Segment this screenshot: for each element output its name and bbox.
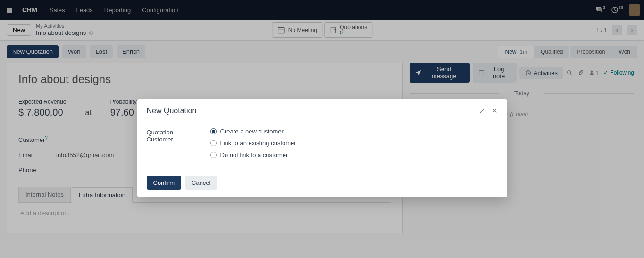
expand-icon[interactable]: ⤢: [479, 107, 485, 115]
new-quotation-modal: New Quotation ⤢ ✕ Quotation Customer Cre…: [137, 99, 507, 197]
radio-icon: [210, 140, 217, 146]
cancel-button[interactable]: Cancel: [185, 176, 217, 190]
radio-link-existing[interactable]: Link to an existing customer: [210, 140, 296, 147]
modal-overlay[interactable]: New Quotation ⤢ ✕ Quotation Customer Cre…: [0, 0, 644, 258]
radio-create-new[interactable]: Create a new customer: [210, 128, 296, 135]
confirm-button[interactable]: Confirm: [147, 176, 182, 190]
close-icon[interactable]: ✕: [492, 107, 498, 115]
quotation-customer-label: Quotation Customer: [147, 128, 201, 143]
radio-icon: [210, 152, 217, 158]
modal-title: New Quotation: [147, 107, 197, 115]
radio-icon: [210, 128, 217, 134]
radio-no-link[interactable]: Do not link to a customer: [210, 151, 296, 158]
